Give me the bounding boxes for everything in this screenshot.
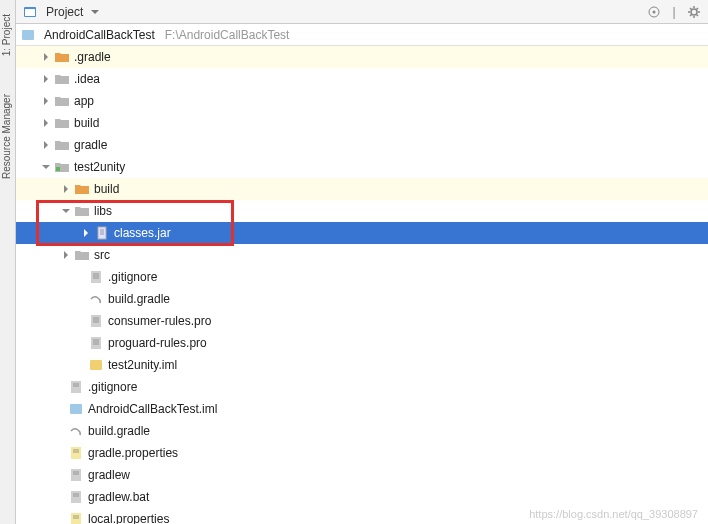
tree-label: build [94,182,119,196]
tree-label: classes.jar [114,226,171,240]
project-view-title[interactable]: Project [46,5,83,19]
folder-icon [74,247,90,263]
tree-node-t2-build[interactable]: build [16,178,708,200]
expand-arrow-icon[interactable] [40,73,52,85]
left-tool-sidebar: 1: Project Resource Manager [0,0,16,524]
tree-label: .idea [74,72,100,86]
folder-icon [54,71,70,87]
iml-file-icon [68,401,84,417]
svg-rect-15 [91,315,101,327]
file-icon [68,489,84,505]
tree-node-t2-build-gradle[interactable]: build.gradle [16,288,708,310]
project-view-icon [22,4,38,20]
expand-arrow-icon[interactable] [40,51,52,63]
divider-icon: | [666,4,682,20]
tree-label: build.gradle [108,292,170,306]
folder-icon [54,115,70,131]
expand-arrow-icon[interactable] [40,117,52,129]
tree-label: .gradle [74,50,111,64]
file-icon [88,335,104,351]
sidebar-tab-project[interactable]: 1: Project [0,10,13,60]
tree-label: app [74,94,94,108]
tree-node-gradle-dir[interactable]: gradle [16,134,708,156]
tree-node-build[interactable]: build [16,112,708,134]
svg-rect-6 [56,167,60,171]
properties-file-icon [68,445,84,461]
expand-arrow-icon[interactable] [40,139,52,151]
svg-rect-37 [71,513,81,524]
dropdown-icon[interactable] [87,4,103,20]
tree-label: src [94,248,110,262]
expand-arrow-icon[interactable] [80,227,92,239]
tree-label: gradlew [88,468,130,482]
tree-label: test2unity [74,160,125,174]
collapse-arrow-icon[interactable] [60,205,72,217]
project-tree[interactable]: .gradle .idea app build gradle test2unit… [16,46,708,524]
tree-node-t2-gitignore[interactable]: .gitignore [16,266,708,288]
jar-icon [94,225,110,241]
tree-label: libs [94,204,112,218]
expand-arrow-icon[interactable] [60,183,72,195]
tree-node-t2-libs[interactable]: libs [16,200,708,222]
tree-node-t2-proguard-rules[interactable]: proguard-rules.pro [16,332,708,354]
tree-node-t2-iml[interactable]: test2unity.iml [16,354,708,376]
tree-node-test2unity[interactable]: test2unity [16,156,708,178]
file-icon [68,379,84,395]
tree-node-gradlew[interactable]: gradlew [16,464,708,486]
svg-rect-28 [71,447,81,459]
svg-rect-19 [91,337,101,349]
svg-rect-24 [71,381,81,393]
gradle-file-icon [68,423,84,439]
file-icon [88,269,104,285]
tree-label: proguard-rules.pro [108,336,207,350]
tree-label: test2unity.iml [108,358,177,372]
sidebar-tab-resource[interactable]: Resource Manager [0,90,13,183]
folder-icon [74,181,90,197]
svg-rect-5 [22,30,34,40]
properties-file-icon [68,511,84,524]
file-icon [88,313,104,329]
tree-label: consumer-rules.pro [108,314,211,328]
tree-label: gradle.properties [88,446,178,460]
module-folder-icon [54,159,70,175]
iml-file-icon [88,357,104,373]
tree-node-gradlew-bat[interactable]: gradlew.bat [16,486,708,508]
expand-arrow-icon[interactable] [40,95,52,107]
tree-label: local.properties [88,512,169,524]
target-icon[interactable] [646,4,662,20]
project-root-row[interactable]: AndroidCallBackTest F:\AndroidCallBackTe… [16,24,708,46]
folder-icon [54,93,70,109]
svg-rect-31 [71,469,81,481]
tree-label: gradlew.bat [88,490,149,504]
expand-arrow-icon[interactable] [60,249,72,261]
tree-label: .gitignore [88,380,137,394]
tree-node-app[interactable]: app [16,90,708,112]
watermark-text: https://blog.csdn.net/qq_39308897 [529,508,698,520]
project-root-path: F:\AndroidCallBackTest [165,28,290,42]
tree-node-t2-consumer-rules[interactable]: consumer-rules.pro [16,310,708,332]
tree-label: AndroidCallBackTest.iml [88,402,217,416]
tree-node-t2-src[interactable]: src [16,244,708,266]
module-icon [20,27,36,43]
folder-icon [54,49,70,65]
svg-point-3 [653,10,656,13]
project-root-name: AndroidCallBackTest [44,28,155,42]
tree-node-root-build-gradle[interactable]: build.gradle [16,420,708,442]
svg-rect-7 [98,227,106,239]
tree-node-root-iml[interactable]: AndroidCallBackTest.iml [16,398,708,420]
tree-label: .gitignore [108,270,157,284]
tree-node-gradle-props[interactable]: gradle.properties [16,442,708,464]
svg-rect-1 [25,9,35,16]
folder-icon [74,203,90,219]
tree-node-root-gitignore[interactable]: .gitignore [16,376,708,398]
tree-node-idea[interactable]: .idea [16,68,708,90]
svg-rect-27 [70,404,82,414]
tree-label: build.gradle [88,424,150,438]
collapse-arrow-icon[interactable] [40,161,52,173]
tree-label: gradle [74,138,107,152]
gear-icon[interactable] [686,4,702,20]
file-icon [68,467,84,483]
project-view-header: Project | [16,0,708,24]
tree-node-gradle[interactable]: .gradle [16,46,708,68]
tree-node-classes-jar[interactable]: classes.jar [16,222,708,244]
